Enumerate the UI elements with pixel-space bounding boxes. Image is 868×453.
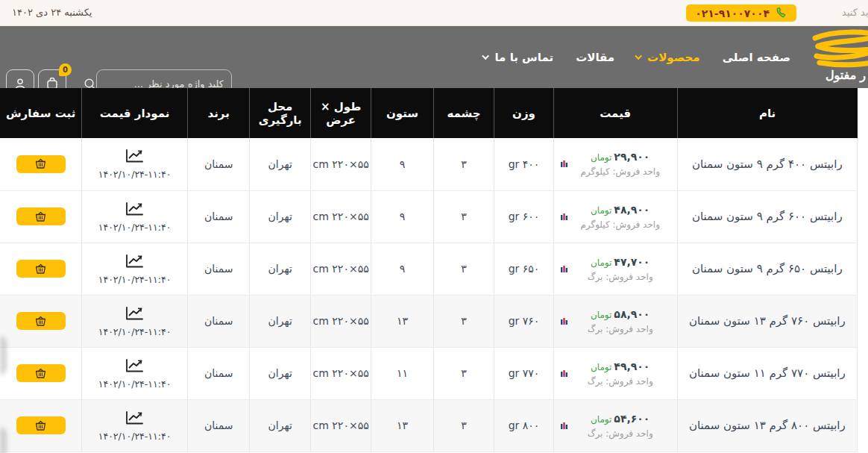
nav-label: محصولات [647,51,700,64]
line-chart-icon [125,207,145,219]
price-value: ۴۹,۹۰۰ [614,360,650,372]
loading-location-cell: تهران [250,190,310,243]
brand-cell: سمنان [187,190,249,243]
price-value: ۵۸,۹۰۰ [614,308,650,320]
line-chart-icon [125,416,145,428]
site-logo[interactable]: ر مفتول [801,29,868,82]
search-input[interactable] [97,78,224,89]
floating-widget-shadow [0,427,7,453]
loading-location-cell: تهران [250,347,310,399]
weight-cell: ۷۷۰ gr [494,347,553,399]
brand-cell: سمنان [187,295,249,347]
dimensions-cell: ۵۵×۲۲۰ cm [310,295,371,347]
product-name[interactable]: رابیتس ۷۷۰ گرم ۱۱ ستون سمنان [689,366,846,380]
price-chart-link[interactable]: ۱۴۰۲/۱۰/۲۴-۱۱:۴۰ [98,357,172,390]
sale-unit: واحد فروش: برگ [568,428,673,439]
cart-button[interactable]: 0 [38,69,66,88]
nav-label: صفحه اصلی [723,51,790,64]
header-price: قیمت [553,88,677,138]
brand-cell: سمنان [187,243,249,295]
price-history-icon[interactable] [560,213,568,221]
price-updated-at: ۱۴۰۲/۱۰/۲۴-۱۱:۴۰ [98,326,172,337]
account-button[interactable] [6,69,34,88]
header-brand: برند [187,88,249,138]
header-weight: وزن [494,88,553,138]
table-header-row: نام قیمت وزن چشمه ستون طول × عرض محل بار… [0,88,858,138]
brand-cell: سمنان [187,138,249,190]
loading-location-cell: تهران [250,243,310,295]
phone-icon [775,7,787,19]
brand-cell: سمنان [187,399,249,452]
nav-item-home[interactable]: صفحه اصلی [723,51,790,64]
columns-cell: ۱۳ [371,399,433,452]
header-dimensions: طول × عرض [310,88,371,138]
order-button[interactable] [16,416,66,434]
order-button[interactable] [16,155,66,173]
order-button[interactable] [16,260,66,278]
product-name[interactable]: رابیتس ۶۵۰ گرم ۹ ستون سمنان [692,262,843,275]
product-name[interactable]: رابیتس ۴۰۰ گرم ۹ ستون سمنان [692,157,843,171]
mesh-cell: ۳ [433,138,494,190]
nav-item-articles[interactable]: مقالات [576,51,614,64]
price-history-icon[interactable] [560,265,568,273]
search-box [96,69,232,88]
price-chart-link[interactable]: ۱۴۰۲/۱۰/۲۴-۱۱:۴۰ [98,201,172,233]
nav-label: تماس با ما [494,51,553,64]
price-value: ۲۹,۹۰۰ [614,151,650,163]
order-button[interactable] [16,312,66,330]
currency-label: تومان [591,257,611,268]
loading-location-cell: تهران [250,295,310,347]
line-chart-icon [125,364,145,376]
dimensions-cell: ۵۵×۲۲۰ cm [310,243,371,295]
price-history-icon[interactable] [560,369,568,378]
price-chart-link[interactable]: ۱۴۰۲/۱۰/۲۴-۱۱:۴۰ [98,305,172,337]
mesh-cell: ۳ [433,399,494,452]
price-chart-link[interactable]: ۱۴۰۲/۱۰/۲۴-۱۱:۴۰ [98,148,172,180]
product-name[interactable]: رابیتس ۸۰۰ گرم ۱۳ ستون سمنان [689,419,846,432]
search-icon [83,77,97,89]
price-chart-link[interactable]: ۱۴۰۲/۱۰/۲۴-۱۱:۴۰ [98,253,172,285]
order-button[interactable] [16,364,66,382]
nav-label: مقالات [576,51,614,64]
price-history-icon[interactable] [560,317,568,325]
price-updated-at: ۱۴۰۲/۱۰/۲۴-۱۱:۴۰ [98,431,172,442]
mesh-cell: ۳ [433,243,494,295]
chevron-down-icon [635,52,642,60]
phone-badge[interactable]: ۰۲۱-۹۱۰۰۷۰۰۴ [686,4,796,22]
product-name[interactable]: رابیتس ۷۶۰ گرم ۱۳ ستون سمنان [689,314,846,328]
nav-item-products[interactable]: محصولات [637,51,700,64]
header-columns: ستون [371,88,433,138]
basket-icon [34,158,47,169]
price-updated-at: ۱۴۰۲/۱۰/۲۴-۱۱:۴۰ [98,222,172,233]
basket-icon [34,263,47,275]
nav-item-contact[interactable]: تماس با ما [484,51,553,64]
table-row: رابیتس ۶۵۰ گرم ۹ ستون سمنان ۴۷,۷۰۰تومان … [0,243,858,295]
price-updated-at: ۱۴۰۲/۱۰/۲۴-۱۱:۴۰ [98,274,172,285]
floating-widget-shadow [0,336,7,375]
order-button[interactable] [16,207,66,225]
weight-cell: ۷۶۰ gr [494,295,553,347]
price-history-icon[interactable] [560,422,568,430]
loading-location-cell: تهران [250,138,310,190]
dimensions-cell: ۵۵×۲۲۰ cm [310,399,371,452]
price-table-body: رابیتس ۴۰۰ گرم ۹ ستون سمنان ۲۹,۹۰۰تومان … [0,138,858,452]
mesh-cell: ۳ [433,295,494,347]
dimensions-cell: ۵۵×۲۲۰ cm [310,190,371,243]
line-chart-icon [125,154,145,166]
line-chart-icon [125,312,145,324]
basket-icon [34,368,47,379]
price-chart-link[interactable]: ۱۴۰۲/۱۰/۲۴-۱۱:۴۰ [98,410,172,442]
loading-location-cell: تهران [250,399,310,452]
currency-label: تومان [591,414,611,425]
weight-cell: ۶۰۰ gr [494,190,553,243]
product-name[interactable]: رابیتس ۶۰۰ گرم ۹ ستون سمنان [692,210,843,223]
chevron-down-icon [482,52,490,60]
columns-cell: ۱۱ [371,347,433,399]
price-table: نام قیمت وزن چشمه ستون طول × عرض محل بار… [0,88,858,452]
price-value: ۵۴,۶۰۰ [614,413,650,425]
dimensions-cell: ۵۵×۲۲۰ cm [310,138,371,190]
price-history-icon[interactable] [560,160,568,168]
table-row: رابیتس ۷۷۰ گرم ۱۱ ستون سمنان ۴۹,۹۰۰تومان… [0,347,858,399]
currency-label: تومان [591,152,611,163]
bag-icon [44,75,60,88]
